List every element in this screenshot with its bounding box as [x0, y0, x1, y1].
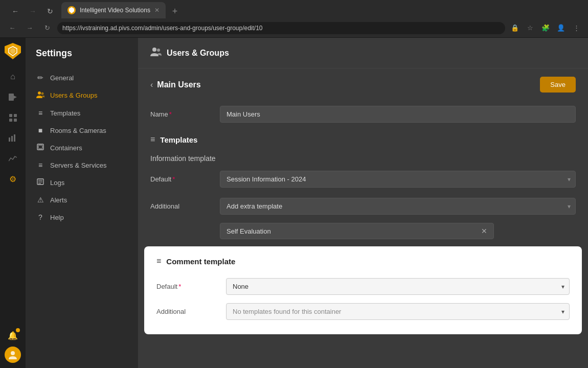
svg-rect-6 — [14, 114, 17, 117]
star-icon[interactable]: ☆ — [524, 21, 537, 35]
main-header-title: Users & Groups — [167, 49, 229, 58]
svg-point-13 — [38, 91, 41, 95]
comment-additional-select[interactable]: No templates found for this container — [226, 303, 570, 320]
user-avatar[interactable] — [5, 347, 21, 363]
servers-services-icon: ≡ — [36, 161, 45, 169]
settings-title: Settings — [26, 48, 138, 69]
panel-header: ‹ Main Users Save — [138, 68, 588, 101]
templates-section-title: Templates — [160, 135, 197, 144]
menu-icon[interactable]: ⋮ — [570, 21, 583, 35]
info-additional-form-row: Additional Add extra template ▾ — [138, 193, 588, 220]
browser-chrome: ← → ↻ Intelligent Video Solutions ✕ + ← … — [0, 0, 588, 38]
addr-forward-button[interactable]: → — [22, 21, 37, 35]
browser-tab[interactable]: Intelligent Video Solutions ✕ — [61, 2, 166, 18]
comment-default-form-row: Default* None ▾ — [156, 274, 570, 299]
sidebar-item-rooms-cameras-label: Rooms & Cameras — [50, 127, 106, 134]
profile-icon[interactable]: 👤 — [554, 21, 568, 35]
url-bar[interactable] — [57, 22, 505, 34]
svg-marker-4 — [14, 96, 17, 99]
sidebar-item-templates-label: Templates — [50, 109, 80, 117]
info-default-required-marker: * — [172, 175, 175, 183]
sidebar-reports-button[interactable] — [4, 149, 22, 168]
sidebar-item-general[interactable]: ✏ General — [26, 69, 138, 86]
svg-rect-9 — [9, 137, 10, 142]
sidebar-item-servers-services[interactable]: ≡ Servers & Services — [26, 156, 138, 174]
reload-button[interactable]: ↻ — [43, 4, 57, 18]
forward-button[interactable]: → — [26, 4, 40, 18]
app-body: ⌂ ⚙ 🔔 Settings ✏ General — [0, 38, 588, 368]
comment-default-select[interactable]: None — [226, 278, 570, 295]
info-additional-select[interactable]: Add extra template — [220, 198, 576, 215]
back-button[interactable]: ← — [8, 4, 22, 18]
sidebar-item-users-groups-label: Users & Groups — [50, 91, 97, 99]
comment-additional-label: Additional — [156, 308, 218, 315]
name-input[interactable] — [220, 106, 576, 123]
new-tab-button[interactable]: + — [168, 4, 182, 18]
sidebar-analytics-button[interactable] — [4, 129, 22, 147]
comment-default-label: Default* — [156, 283, 218, 290]
sidebar-item-alerts[interactable]: ⚠ Alerts — [26, 191, 138, 209]
svg-point-22 — [157, 49, 160, 52]
comment-additional-select-wrapper: No templates found for this container ▾ — [226, 303, 570, 320]
shield-icon — [5, 43, 21, 59]
svg-rect-10 — [11, 136, 13, 142]
sidebar-item-containers-label: Containers — [50, 144, 82, 152]
self-evaluation-tag-label: Self Evaluation — [227, 227, 271, 235]
lock-icon: 🔒 — [508, 21, 522, 35]
info-template-subtitle: Information template — [138, 149, 588, 166]
templates-icon: ≡ — [36, 109, 45, 117]
sidebar-item-help[interactable]: ? Help — [26, 209, 138, 226]
info-default-form-row: Default* Session Information - 2024 ▾ — [138, 166, 588, 193]
edit-panel: ‹ Main Users Save Name* ≡ Templates Info… — [138, 68, 588, 334]
comment-additional-form-row: Additional No templates found for this c… — [156, 299, 570, 324]
sidebar-item-logs[interactable]: Logs — [26, 174, 138, 191]
sidebar-home-button[interactable]: ⌂ — [4, 67, 22, 86]
tab-close-button[interactable]: ✕ — [154, 7, 160, 14]
save-button[interactable]: Save — [540, 77, 576, 93]
main-header: Users & Groups — [138, 38, 588, 68]
svg-rect-11 — [14, 134, 15, 142]
back-button[interactable]: ‹ Main Users — [150, 80, 201, 89]
addr-icons: 🔒 ☆ 🧩 👤 ⋮ — [508, 21, 583, 35]
templates-section-header: ≡ Templates — [138, 128, 588, 149]
general-icon: ✏ — [36, 74, 45, 82]
main-header-icon — [150, 47, 162, 59]
containers-icon — [36, 144, 45, 152]
sidebar-video-button[interactable] — [4, 88, 22, 106]
info-default-select[interactable]: Session Information - 2024 — [220, 171, 576, 188]
sidebar-grid-button[interactable] — [4, 108, 22, 127]
help-icon: ? — [36, 213, 45, 221]
main-content: Users & Groups ‹ Main Users Save Name* — [138, 38, 588, 368]
address-bar: ← → ↻ 🔒 ☆ 🧩 👤 ⋮ — [0, 18, 588, 38]
svg-point-14 — [41, 93, 44, 95]
name-form-row: Name* — [138, 101, 588, 128]
notification-dot — [16, 328, 20, 332]
extensions-icon[interactable]: 🧩 — [539, 21, 552, 35]
sidebar-item-rooms-cameras[interactable]: ■ Rooms & Cameras — [26, 122, 138, 139]
comment-default-required-marker: * — [178, 283, 181, 290]
svg-rect-7 — [9, 119, 12, 122]
addr-reload-button[interactable]: ↻ — [40, 21, 54, 35]
svg-point-21 — [152, 48, 156, 52]
addr-back-button[interactable]: ← — [5, 21, 19, 35]
rooms-cameras-icon: ■ — [36, 126, 45, 134]
sidebar-item-containers[interactable]: Containers — [26, 139, 138, 156]
sidebar-item-users-groups[interactable]: Users & Groups — [26, 86, 138, 104]
tab-title: Intelligent Video Solutions — [80, 7, 150, 14]
comment-section-header: ≡ Comment template — [156, 257, 570, 274]
notification-button[interactable]: 🔔 — [4, 326, 22, 344]
sidebar-item-templates[interactable]: ≡ Templates — [26, 104, 138, 122]
svg-marker-2 — [10, 48, 15, 54]
alerts-icon: ⚠ — [36, 196, 45, 204]
info-additional-label: Additional — [150, 202, 212, 210]
svg-marker-0 — [69, 7, 74, 13]
info-default-select-wrapper: Session Information - 2024 ▾ — [220, 171, 576, 188]
sidebar-item-alerts-label: Alerts — [50, 196, 67, 204]
sidebar-item-servers-services-label: Servers & Services — [50, 162, 107, 169]
sidebar-item-help-label: Help — [50, 214, 64, 221]
app-logo — [5, 43, 21, 59]
sidebar-settings-button[interactable]: ⚙ — [4, 170, 22, 188]
sidebar-item-general-label: General — [50, 74, 74, 82]
icon-sidebar-bottom: 🔔 — [4, 326, 22, 368]
self-evaluation-remove-button[interactable]: ✕ — [481, 227, 487, 235]
